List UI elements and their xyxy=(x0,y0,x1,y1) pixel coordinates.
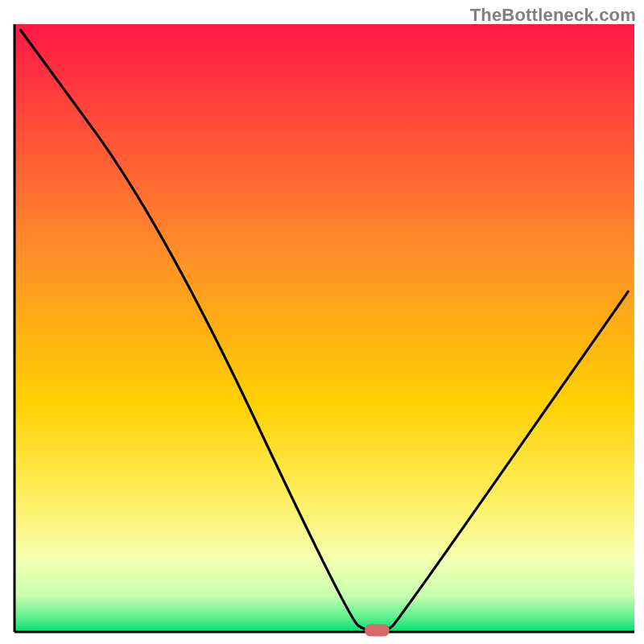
chart-container: TheBottleneck.com xyxy=(0,0,644,644)
plot-background xyxy=(14,24,634,632)
optimum-marker xyxy=(365,624,390,636)
bottleneck-chart xyxy=(0,0,644,644)
watermark-text: TheBottleneck.com xyxy=(470,5,636,26)
